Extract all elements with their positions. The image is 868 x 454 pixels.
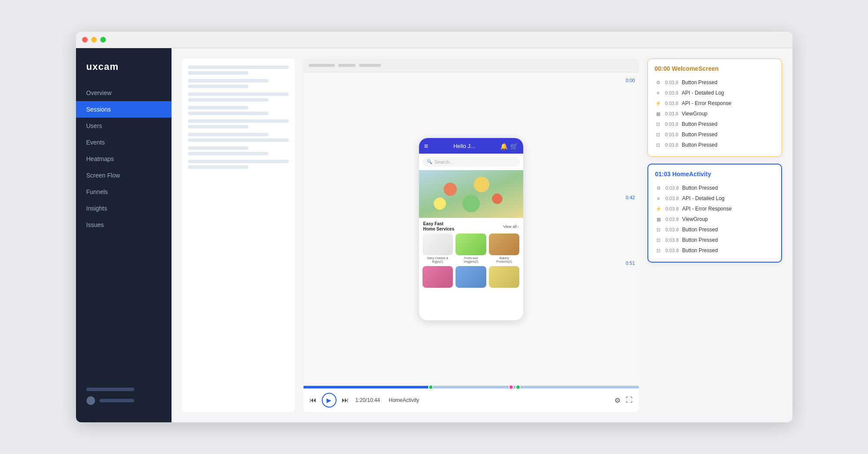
events-column: 00:00 WelcomeScreen ⚙ 0:03.8 Button Pres… [647, 59, 782, 412]
event-name: Button Pressed [682, 247, 718, 253]
cart-icon: 🛒 [510, 143, 518, 150]
grid-label: BakeryProducts(2) [496, 257, 512, 264]
event-time: 0:03.8 [666, 227, 679, 232]
thumb-bakery [489, 234, 520, 255]
phone-hero-image [419, 170, 523, 218]
ctrl-right: ⚙ ⛶ [614, 396, 633, 405]
minimize-button[interactable] [91, 37, 97, 43]
session-bar [188, 85, 248, 88]
phone-search-bar[interactable]: 🔍 Search... [422, 157, 520, 167]
event-row: ▦ 0:03.8 ViewGroup [655, 109, 775, 119]
timeline-track[interactable] [304, 386, 639, 388]
grid-item-2-3[interactable] [489, 266, 520, 288]
sidebar-item-screenflow[interactable]: Screen Flow [76, 167, 172, 184]
grid-item-bakery[interactable]: BakeryProducts(2) [489, 234, 520, 264]
sidebar-item-insights[interactable]: Insights [76, 200, 172, 217]
phone-topbar: ≡ Hello J... 🔔 🛒 [419, 138, 523, 154]
event-row: ≡ 0:03.8 API - Detailed Log [655, 193, 774, 204]
search-icon: 🔍 [427, 159, 432, 164]
cursor-icon: ⊡ [655, 237, 662, 243]
phone-grid: Dairy Cheese &Eggs(2) Fruits andVeggies(… [419, 234, 523, 266]
viewgroup-icon: ▦ [655, 216, 662, 223]
sidebar-item-events[interactable]: Events [76, 134, 172, 151]
view-all-button[interactable]: View all › [503, 224, 519, 229]
session-row [188, 133, 289, 142]
sidebar: uxcam Overview Sessions Users Events Hea… [76, 48, 172, 422]
maximize-button[interactable] [100, 37, 106, 43]
event-name: Button Pressed [682, 185, 718, 191]
header-bar [338, 64, 356, 67]
grid-item-dairy[interactable]: Dairy Cheese &Eggs(2) [422, 234, 453, 264]
sidebar-item-sessions[interactable]: Sessions [76, 101, 172, 118]
event-time: 0:03.8 [666, 185, 679, 191]
viewgroup-icon: ▦ [655, 110, 662, 117]
zap-icon: ⚡ [655, 205, 662, 212]
chevron-right-icon: › [518, 224, 519, 229]
session-row [188, 92, 289, 102]
event-time: 0:03.8 [666, 217, 679, 222]
titlebar [76, 32, 792, 48]
thumb-t2-1 [422, 266, 453, 288]
event-row: ⊡ 0:03.8 Button Pressed [655, 129, 775, 140]
sidebar-item-users[interactable]: Users [76, 118, 172, 134]
header-bar [359, 64, 381, 67]
event-name: API - Detailed Log [682, 195, 724, 201]
event-time: 0:03.8 [665, 132, 679, 137]
activity-label: HomeActivity [389, 397, 419, 403]
grid-item-2-1[interactable] [422, 266, 453, 288]
hero-food-bg [419, 170, 523, 218]
cursor-icon: ⊡ [655, 226, 662, 233]
event-row: ⊡ 0:03.8 Button Pressed [655, 224, 774, 235]
session-row [188, 106, 289, 115]
settings-button[interactable]: ⚙ [614, 396, 620, 405]
section-title: Easy FastHome Services [423, 221, 455, 232]
event-name: API - Detailed Log [682, 90, 724, 96]
player-header [304, 59, 639, 72]
player-body: 0:00 0:42 0:51 ≡ Hello J... 🔔 🛒 [304, 72, 639, 385]
event-row: ⚙ 0:03.8 Button Pressed [655, 183, 774, 193]
session-row [188, 119, 289, 128]
event-row: ⊡ 0:03.8 Button Pressed [655, 140, 775, 150]
event-time: 0:03.8 [665, 111, 679, 116]
thumb-t2-3 [489, 266, 520, 288]
sidebar-item-heatmaps[interactable]: Heatmaps [76, 151, 172, 167]
session-bar [188, 66, 289, 69]
cursor-icon: ⊡ [655, 121, 662, 128]
cursor-icon: ⊡ [655, 131, 662, 138]
session-bar [188, 79, 269, 82]
event-row: ⊡ 0:03.8 Button Pressed [655, 119, 775, 129]
session-bar [188, 119, 289, 123]
sidebar-avatar [86, 396, 95, 405]
grid-item-fruits[interactable]: Fruits andVeggies(2) [455, 234, 486, 264]
event-row: ⚡ 0:03.8 API - Error Response [655, 98, 775, 109]
thumb-fruits [455, 234, 486, 255]
event-time: 0:03.8 [665, 101, 679, 106]
play-pause-button[interactable]: ▶ [322, 393, 337, 408]
timestamp-top: 0:00 [626, 78, 635, 83]
session-bar [188, 165, 248, 169]
event-name: Button Pressed [682, 121, 717, 127]
session-bar [188, 146, 248, 150]
close-button[interactable] [82, 37, 88, 43]
fullscreen-button[interactable]: ⛶ [626, 396, 633, 404]
list-icon: ≡ [655, 195, 662, 202]
skip-back-button[interactable]: ⏮ [310, 396, 317, 404]
event-name: Button Pressed [682, 227, 718, 233]
sidebar-item-issues[interactable]: Issues [76, 217, 172, 233]
skip-forward-button[interactable]: ⏭ [342, 396, 349, 404]
event-time: 0:03.8 [666, 206, 679, 211]
grid-item-2-2[interactable] [455, 266, 486, 288]
event-name: Button Pressed [682, 142, 717, 148]
event-row: ⚙ 0:03.8 Button Pressed [655, 77, 775, 88]
sidebar-item-overview[interactable]: Overview [76, 85, 172, 101]
header-bar [309, 64, 335, 67]
logo-ux: ux [86, 61, 99, 72]
event-time: 0:03.8 [666, 196, 679, 201]
logo-cam: cam [98, 61, 119, 72]
cursor-icon: ⊡ [655, 247, 662, 254]
sidebar-item-funnels[interactable]: Funnels [76, 184, 172, 200]
sidebar-bottom [76, 379, 172, 414]
event-card-home-title: 01:03 HomeActivity [655, 171, 774, 178]
session-bar [188, 71, 248, 75]
timestamp-mid: 0:42 [626, 195, 635, 200]
